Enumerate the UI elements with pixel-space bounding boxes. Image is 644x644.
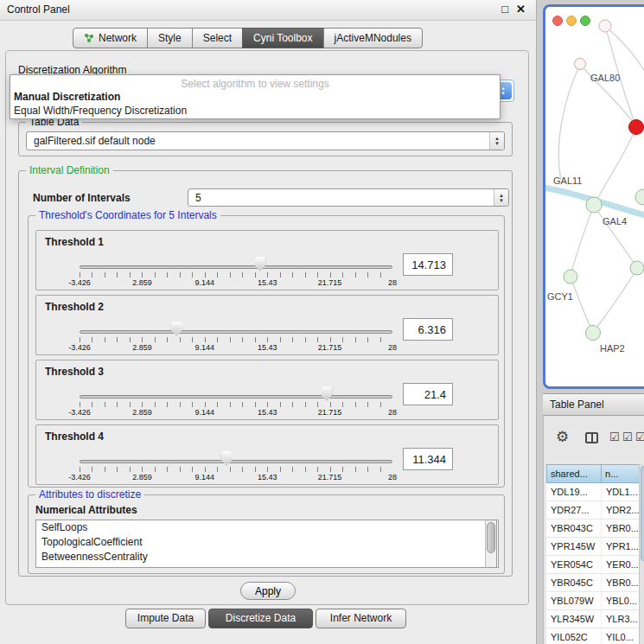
top-tab-bar: Network Style Select Cyni Toolbox jActiv… (73, 28, 423, 48)
numerical-attributes-label: Numerical Attributes (35, 504, 137, 516)
table-cell: YDR27... (546, 501, 602, 519)
slider-scale: -3.4262.8599.14415.4321.71528 (80, 278, 392, 288)
table-scrollbar[interactable] (639, 464, 644, 644)
table-cell: YER0... (602, 556, 644, 573)
column-header-shared-name[interactable]: shared... (546, 464, 602, 483)
table-row[interactable]: YLR345WYLR3... (546, 610, 644, 628)
network-canvas[interactable] (545, 7, 644, 386)
table-cell: YER054C (546, 556, 602, 573)
numerical-attributes-list[interactable]: SelfLoopsTopologicalCoefficientBetweenne… (35, 520, 499, 568)
close-traffic-light-icon[interactable] (552, 16, 563, 26)
tick-label: 9.144 (195, 278, 215, 287)
tick-label: 28 (388, 343, 397, 352)
table-row[interactable]: YDR27...YDR2... (546, 501, 644, 520)
attributes-group-title: Attributes to discretize (35, 488, 144, 501)
tab-network[interactable]: Network (73, 28, 148, 48)
number-of-intervals-combobox[interactable]: 5 ▲▼ (188, 188, 509, 207)
combo-stepper-icon[interactable]: ▲▼ (494, 189, 508, 206)
select-checkbox-icon[interactable]: ☑ (622, 430, 633, 443)
gear-icon[interactable]: ⚙ (556, 428, 569, 446)
slider-thumb[interactable] (171, 322, 182, 336)
scrollbar-thumb[interactable] (487, 522, 495, 553)
threshold-value-field[interactable]: 14.713 (403, 253, 453, 276)
dropdown-option-equal-width-frequency[interactable]: Equal Width/Frequency Discretization (10, 104, 500, 118)
threshold-slider[interactable]: -3.4262.8599.14415.4321.71528 (80, 360, 392, 421)
threshold-slider[interactable]: -3.4262.8599.14415.4321.71528 (80, 231, 392, 291)
table-rows: YDL19...YDL1...YDR27...YDR2...YBR043CYBR… (546, 483, 644, 644)
threshold-value-field[interactable]: 6.316 (403, 318, 453, 341)
tab-select[interactable]: Select (192, 28, 243, 48)
number-of-intervals-value: 5 (195, 192, 201, 204)
node-label-gal11[interactable]: GAL11 (553, 175, 582, 186)
table-row[interactable]: YBR043CYBR0... (546, 520, 644, 538)
tick-label: 28 (388, 408, 397, 417)
float-window-icon[interactable]: □ (501, 3, 508, 16)
threshold-value-field[interactable]: 21.4 (403, 383, 453, 405)
threshold-row-1: Threshold 1 -3.4262.8599.14415.4321.7152… (35, 230, 499, 290)
column-selector-icon[interactable] (585, 432, 598, 443)
control-panel-window: Control Panel □ ✕ Network Style Select C… (0, 0, 537, 644)
node-label-gal4[interactable]: GAL4 (603, 216, 627, 226)
tab-jactivemnodules[interactable]: jActiveMNodules (323, 28, 423, 48)
titlebar: Control Panel □ ✕ (0, 0, 536, 21)
list-item[interactable]: TopologicalCoefficient (36, 535, 498, 550)
tab-cyni-toolbox[interactable]: Cyni Toolbox (242, 28, 323, 48)
node-label-hap2[interactable]: HAP2 (600, 343, 625, 354)
list-item[interactable]: SelfLoops (36, 520, 498, 535)
list-item[interactable]: BetweennessCentrality (36, 550, 498, 564)
threshold-value-field[interactable]: 11.344 (403, 448, 453, 470)
tick-label: -3.426 (68, 473, 91, 481)
column-header-name[interactable]: n... (601, 464, 644, 483)
table-data-combobox[interactable]: galFiltered.sif default node ▲▼ (26, 131, 505, 150)
list-scrollbar[interactable] (485, 520, 497, 568)
zoom-traffic-light-icon[interactable] (580, 16, 590, 26)
node-label-gcy1[interactable]: GCY1 (547, 291, 573, 302)
apply-button[interactable]: Apply (240, 582, 296, 600)
table-row[interactable]: YDL19...YDL1... (546, 483, 644, 501)
slider-thumb[interactable] (221, 451, 233, 466)
dropdown-option-manual-discretization[interactable]: Manual Discretization (10, 90, 500, 104)
table-cell: YBR043C (546, 520, 602, 537)
table-row[interactable]: YER054CYER0... (546, 556, 644, 574)
slider-track[interactable] (80, 265, 392, 269)
checkbox-icon[interactable]: ☑ (635, 430, 644, 443)
combo-stepper-icon[interactable]: ▲▼ (489, 132, 504, 150)
select-all-checkbox-icon[interactable]: ☑ (609, 430, 620, 443)
tick-label: 21.715 (318, 278, 342, 287)
network-view-window[interactable]: GAL80 GAL11 GAL4 GCY1 HAP2 (543, 4, 644, 389)
tab-infer-network[interactable]: Infer Network (316, 609, 406, 628)
node-label-gal80[interactable]: GAL80 (590, 73, 620, 83)
table-row[interactable]: YBR045CYBR0... (546, 574, 644, 592)
tab-impute-data[interactable]: Impute Data (125, 609, 206, 628)
slider-track[interactable] (80, 460, 392, 463)
tab-style[interactable]: Style (147, 28, 193, 48)
slider-thumb[interactable] (321, 386, 332, 401)
slider-ticks (80, 272, 392, 277)
table-header-row: shared... n... (546, 464, 644, 483)
node-table: shared... n... YDL19...YDL1...YDR27...YD… (546, 464, 644, 644)
table-cell: YDR2... (602, 501, 644, 519)
table-row[interactable]: YPR145WYPR1... (546, 538, 644, 556)
slider-track[interactable] (80, 330, 392, 334)
threshold-row-4: Threshold 4 -3.4262.8599.14415.4321.7152… (35, 424, 499, 485)
tick-label: -3.426 (68, 408, 91, 417)
table-cell: YBR0... (602, 574, 644, 591)
tick-label: 21.715 (318, 473, 342, 481)
table-row[interactable]: YIL052CYIL0... (546, 628, 644, 644)
table-cell: YPR1... (602, 538, 644, 555)
tab-discretize-data[interactable]: Discretize Data (208, 609, 313, 628)
scrollbar-thumb[interactable] (641, 466, 644, 561)
threshold-slider[interactable]: -3.4262.8599.14415.4321.71528 (80, 425, 392, 486)
minimize-traffic-light-icon[interactable] (566, 16, 577, 26)
thresholds-group-title: Threshold's Coordinates for 5 Intervals (35, 209, 220, 221)
tick-label: 15.43 (258, 408, 277, 417)
slider-track[interactable] (80, 395, 392, 399)
slider-thumb[interactable] (254, 257, 265, 271)
tick-label: 15.43 (258, 473, 277, 481)
tick-label: 21.715 (318, 408, 342, 417)
slider-scale: -3.4262.8599.14415.4321.71528 (80, 473, 392, 482)
close-icon[interactable]: ✕ (516, 3, 526, 16)
table-row[interactable]: YBL079WYBL0... (546, 592, 644, 610)
threshold-slider[interactable]: -3.4262.8599.14415.4321.71528 (80, 296, 392, 356)
tick-label: -3.426 (68, 278, 91, 287)
